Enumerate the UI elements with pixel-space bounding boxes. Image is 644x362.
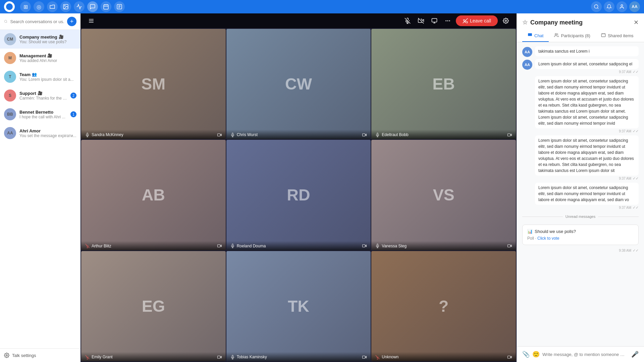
microphone-icon[interactable]: 🎤 [631, 351, 639, 358]
read-check-icon: ✓✓ [633, 129, 639, 133]
conv-content: Company meeting 🎥 You: Should we use pol… [19, 35, 76, 44]
svg-rect-19 [432, 18, 437, 22]
conv-preview: I hope the call with Ahri ... [19, 115, 67, 119]
svg-marker-51 [220, 356, 221, 358]
conversation-item-management[interactable]: M Management 🎥 You added Ahri Amor [0, 49, 80, 67]
chat-tab-icon [528, 33, 532, 39]
nav-talk-icon[interactable] [87, 1, 98, 12]
app-logo[interactable] [4, 1, 15, 12]
svg-rect-2 [104, 5, 108, 9]
video-name-bar: Emily Grant [81, 352, 226, 361]
poll-vote-link[interactable]: Click to vote [537, 236, 559, 241]
star-icon[interactable]: ☆ [522, 19, 528, 26]
new-conversation-button[interactable]: + [67, 17, 76, 26]
poll-read-check: ✓✓ [633, 248, 639, 253]
search-bar: + [0, 13, 80, 30]
attachment-icon[interactable]: 📎 [522, 351, 530, 358]
video-name-bar: Unknown [371, 352, 516, 361]
conversation-item-team[interactable]: T Team 👥 You: Lorem ipsum dolor sit a... [0, 67, 80, 86]
tab-chat[interactable]: Chat [522, 30, 549, 42]
top-navigation: ⊞ ◎ AA [0, 0, 644, 13]
video-placeholder: SM [81, 29, 226, 139]
message-time: 9:37 AM [619, 177, 631, 180]
svg-marker-40 [220, 245, 221, 247]
svg-marker-37 [511, 134, 512, 136]
video-controls [362, 244, 367, 248]
nav-activity-icon[interactable] [74, 1, 85, 12]
conv-content: Support 🎥 Carmèn: Thanks for the li... [19, 91, 67, 101]
nav-notifications-icon[interactable] [604, 1, 614, 12]
tab-shared-items[interactable]: Shared items [596, 30, 639, 42]
conv-content: Ahri Amor You set the message expirати..… [19, 128, 76, 138]
tab-participants[interactable]: Participants (8) [549, 30, 595, 42]
video-name-bar: Arthur Blitz [81, 241, 226, 250]
participant-name: Unknown [375, 355, 398, 359]
message-row: AA takimata sanctus est Lorem i [522, 46, 639, 57]
conv-avatar: M [4, 52, 16, 64]
video-controls [217, 355, 222, 359]
video-name-bar: Roeland Douma [226, 241, 371, 250]
message-input[interactable] [542, 352, 629, 357]
emoji-icon[interactable]: 🙂 [532, 351, 540, 358]
conversation-item-bennet[interactable]: BB Bennet Bernetto I hope the call with … [0, 105, 80, 124]
message-text: Lorem ipsum dolor sit amet, consetetur s… [535, 76, 639, 128]
camera-button[interactable] [416, 15, 426, 26]
message-bubble: Lorem ipsum dolor sit amet, consetetur s… [535, 76, 639, 133]
message-meta: 9:37 AM ✓✓ [535, 205, 639, 210]
nav-files-icon[interactable]: ⊞ [20, 1, 31, 12]
video-placeholder: VS [371, 140, 516, 250]
search-input[interactable] [10, 19, 64, 24]
read-check-icon: ✓✓ [633, 205, 639, 210]
svg-point-11 [621, 5, 623, 6]
conv-preview: Carmèn: Thanks for the li... [19, 96, 67, 101]
participant-name: Vanessa Steg [375, 244, 407, 248]
leave-call-label: Leave call [470, 18, 491, 23]
svg-point-12 [4, 20, 7, 22]
conversation-item-company[interactable]: CM Company meeting 🎥 You: Should we use … [0, 30, 80, 49]
settings-label: Talk settings [12, 353, 36, 358]
participant-name: Edeltraut Bobb [375, 132, 408, 137]
message-text: takimata sanctus est Lorem i [535, 46, 639, 56]
nav-contacts-icon[interactable] [616, 1, 627, 12]
svg-marker-33 [365, 134, 367, 136]
nav-search-icon[interactable]: ◎ [34, 1, 44, 12]
conversation-item-support[interactable]: S Support 🎥 Carmèn: Thanks for the li...… [0, 86, 80, 105]
video-cell: ? Unknown [371, 251, 516, 361]
more-options-button[interactable] [442, 15, 453, 26]
video-cell: TK Tobias Kaminsky [226, 251, 371, 361]
nav-calendar-icon[interactable] [101, 1, 111, 12]
message-text: Lorem ipsum dolor sit amet, consetetur s… [535, 183, 639, 205]
chat-header: ☆ Company meeting ✕ Chat Participants (8… [517, 13, 644, 42]
mute-button[interactable] [402, 15, 413, 26]
video-topbar: Leave call [80, 13, 517, 28]
user-avatar[interactable]: AA [629, 1, 640, 12]
poll-card[interactable]: 📊 Should we use polls? Poll · Click to v… [522, 225, 639, 245]
nav-global-search-icon[interactable] [591, 1, 602, 12]
message-time: 9:37 AM [619, 70, 631, 74]
video-name-bar: Chris Wurst [226, 130, 371, 139]
message-meta: 9:37 AM ✓✓ [535, 129, 639, 133]
settings-button[interactable] [500, 15, 511, 26]
leave-call-button[interactable]: Leave call [456, 15, 498, 26]
screen-share-button[interactable] [429, 15, 440, 26]
chat-title-text: Company meeting [530, 19, 583, 26]
svg-point-1 [64, 5, 65, 6]
talk-settings-item[interactable]: Talk settings [0, 348, 80, 362]
close-panel-button[interactable]: ✕ [634, 19, 639, 26]
video-controls [507, 133, 512, 137]
conv-preview: You set the message expirати... [19, 133, 76, 138]
video-name-bar: Tobias Kaminsky [226, 352, 371, 361]
svg-rect-49 [508, 245, 511, 247]
conv-avatar: AA [4, 127, 16, 139]
nav-photos-icon[interactable] [60, 1, 71, 12]
svg-rect-56 [363, 356, 365, 358]
video-placeholder: AB [81, 140, 226, 250]
conversation-item-ahri[interactable]: AA Ahri Amor You set the message expirат… [0, 124, 80, 142]
nav-folder-icon[interactable] [47, 1, 58, 12]
video-cell: CW Chris Wurst [226, 29, 371, 139]
svg-point-13 [6, 355, 7, 356]
svg-rect-38 [508, 134, 511, 136]
nav-notes-icon[interactable] [114, 1, 125, 12]
hamburger-menu-button[interactable] [86, 15, 97, 26]
message-bubble: Lorem ipsum dolor sit amet, consetetur s… [535, 183, 639, 210]
